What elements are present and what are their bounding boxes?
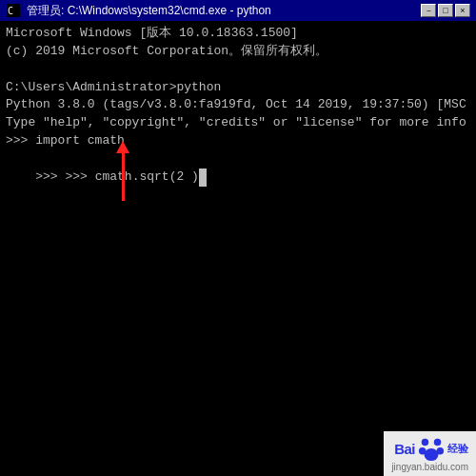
output-line-7: >>> import cmath xyxy=(6,132,470,150)
cmd-icon: C xyxy=(6,3,21,18)
title-label: 管理员: C:\Windows\system32\cmd.exe - pytho… xyxy=(27,3,271,19)
baidu-url: jingyan.baidu.com xyxy=(391,462,468,472)
output-line-8: >>> >>> cmath.sqrt(2 ) xyxy=(6,150,470,205)
baidu-paw-icon xyxy=(418,435,445,462)
baidu-brand-text: Bai xyxy=(394,441,415,457)
output-line-1: Microsoft Windows [版本 10.0.18363.1500] xyxy=(6,25,470,43)
baidu-watermark: Bai 经验 jingyan.baidu.com xyxy=(384,431,476,476)
cursor xyxy=(199,169,207,187)
output-line-3 xyxy=(6,61,470,79)
close-button[interactable]: × xyxy=(455,4,470,17)
minimize-button[interactable]: － xyxy=(421,4,436,17)
output-line-2: (c) 2019 Microsoft Corporation。保留所有权利。 xyxy=(6,43,470,61)
title-bar-left: C 管理员: C:\Windows\system32\cmd.exe - pyt… xyxy=(6,3,271,19)
arrowhead-icon xyxy=(116,141,129,153)
svg-point-6 xyxy=(425,448,439,461)
baidu-logo: Bai 经验 xyxy=(394,435,468,462)
output-line-4: C:\Users\Administrator>python xyxy=(6,79,470,97)
baidu-brand-suffix: 经验 xyxy=(447,442,468,456)
title-bar: C 管理员: C:\Windows\system32\cmd.exe - pyt… xyxy=(0,0,476,21)
arrow-stem xyxy=(122,153,125,201)
terminal-window: Microsoft Windows [版本 10.0.18363.1500] (… xyxy=(0,21,476,438)
svg-point-2 xyxy=(422,439,428,446)
maximize-button[interactable]: □ xyxy=(438,4,453,17)
title-bar-buttons: － □ × xyxy=(421,4,470,17)
arrow-annotation xyxy=(116,141,129,201)
prompt-symbol: >>> xyxy=(35,169,65,184)
command-text[interactable]: >>> cmath.sqrt(2 ) xyxy=(65,169,198,184)
svg-text:C: C xyxy=(8,6,13,16)
output-line-5: Python 3.8.0 (tags/v3.8.0:fa919fd, Oct 1… xyxy=(6,96,470,114)
output-line-6: Type "help", "copyright", "credits" or "… xyxy=(6,114,470,132)
svg-point-3 xyxy=(434,439,441,446)
